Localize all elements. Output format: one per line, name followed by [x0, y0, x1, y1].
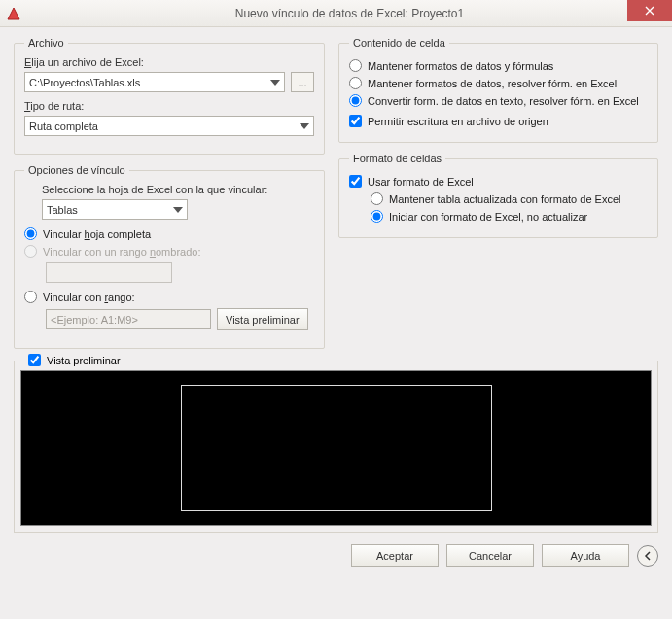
check-vista-preliminar-input[interactable]: [28, 354, 41, 366]
radio-mantener-tabla[interactable]: Mantener tabla actualizada con formato d…: [371, 192, 648, 205]
radio-iniciar-formato-input[interactable]: [371, 210, 383, 223]
check-usar-formato[interactable]: Usar formato de Excel: [349, 175, 648, 188]
preview-canvas: [20, 370, 652, 526]
hoja-select[interactable]: Tablas: [42, 199, 188, 220]
radio-iniciar-formato[interactable]: Iniciar con formato de Excel, no actuali…: [371, 210, 648, 223]
collapse-arrow-button[interactable]: [637, 545, 658, 567]
radio-vincular-rango-input[interactable]: [24, 291, 37, 303]
legend-opciones: Opciones de vínculo: [24, 164, 129, 176]
radio-mantener-formatos[interactable]: Mantener formatos de datos y fórmulas: [349, 59, 648, 72]
radio-vincular-rango-nombrado: Vincular con un rango nombrado:: [24, 245, 314, 258]
browse-button[interactable]: ...: [291, 72, 314, 92]
radio-mantener-formatos-input[interactable]: [349, 59, 362, 72]
group-contenido: Contenido de celda Mantener formatos de …: [338, 37, 658, 143]
label-seleccione-hoja: Seleccione la hoja de Excel con la que v…: [42, 184, 314, 195]
window-title: Nuevo vínculo de datos de Excel: Proyect…: [27, 7, 672, 20]
chevron-left-icon: [643, 551, 653, 561]
radio-mantener-resolver-input[interactable]: [349, 77, 362, 89]
vista-preliminar-button[interactable]: Vista preliminar: [217, 308, 308, 330]
preview-inner-frame: [181, 385, 492, 511]
check-permitir-escritura[interactable]: Permitir escritura en archivo de origen: [349, 115, 648, 127]
close-icon: [645, 6, 654, 16]
radio-vincular-rango[interactable]: Vincular con rango:: [24, 291, 314, 303]
legend-archivo: Archivo: [24, 37, 68, 49]
group-opciones: Opciones de vínculo Seleccione la hoja d…: [14, 164, 325, 349]
rango-input: [46, 309, 211, 329]
group-archivo: Archivo Elija un archivo de Excel: C:\Pr…: [14, 37, 325, 155]
app-icon: [6, 6, 21, 21]
radio-convertir[interactable]: Convertir form. de datos en texto, resol…: [349, 94, 648, 107]
label-elija-archivo: Elija un archivo de Excel:: [24, 56, 314, 68]
group-preview: Vista preliminar: [14, 361, 658, 533]
radio-mantener-tabla-input[interactable]: [371, 192, 383, 205]
check-usar-formato-input[interactable]: [349, 175, 362, 188]
legend-contenido: Contenido de celda: [349, 37, 449, 49]
legend-formato: Formato de celdas: [349, 153, 445, 164]
close-button[interactable]: [627, 0, 672, 21]
radio-convertir-input[interactable]: [349, 94, 362, 107]
rango-nombrado-select: [46, 262, 172, 283]
radio-vincular-hoja[interactable]: Vincular hoja completa: [24, 227, 314, 240]
radio-vincular-hoja-input[interactable]: [24, 227, 37, 240]
radio-mantener-resolver[interactable]: Mantener formatos de datos, resolver fór…: [349, 77, 648, 89]
aceptar-button[interactable]: Aceptar: [351, 544, 439, 567]
titlebar: Nuevo vínculo de datos de Excel: Proyect…: [0, 0, 672, 27]
cancelar-button[interactable]: Cancelar: [446, 544, 534, 567]
label-tipo-ruta: Tipo de ruta:: [24, 100, 314, 112]
group-formato: Formato de celdas Usar formato de Excel …: [338, 153, 658, 238]
tipo-ruta-select[interactable]: Ruta completa: [24, 116, 314, 136]
check-permitir-escritura-input[interactable]: [349, 115, 362, 127]
ayuda-button[interactable]: Ayuda: [542, 544, 629, 567]
check-vista-preliminar[interactable]: Vista preliminar: [24, 354, 124, 366]
footer: Aceptar Cancelar Ayuda: [14, 544, 658, 567]
file-path-select[interactable]: C:\Proyectos\Tablas.xls: [24, 72, 285, 92]
radio-rango-nombrado-input: [24, 245, 37, 258]
